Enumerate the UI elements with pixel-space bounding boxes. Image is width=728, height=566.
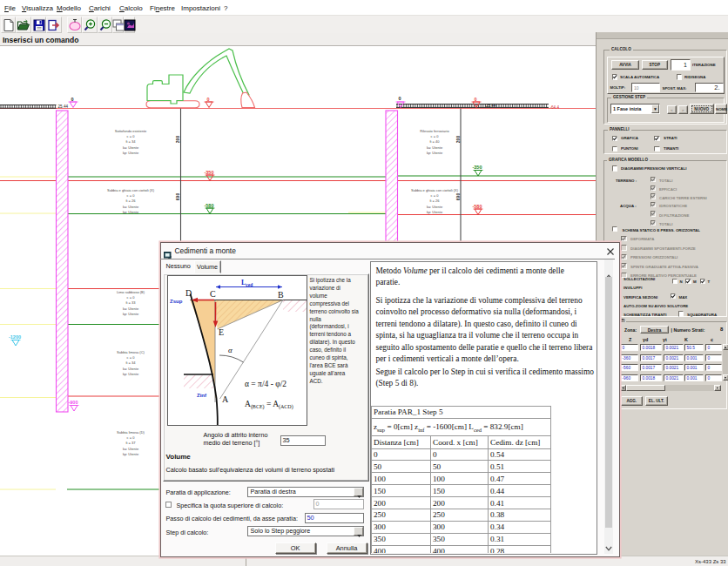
svg-text:α = π/4 - φ/2: α = π/4 - φ/2 — [245, 380, 286, 388]
svg-text:kp: Utente: kp: Utente — [123, 452, 139, 456]
svg-text:c = 0: c = 0 — [127, 193, 136, 198]
svg-text:B: B — [278, 290, 284, 300]
svg-text:ka: Utente: ka: Utente — [123, 307, 139, 311]
svg-text:Rilevato ferroviario: Rilevato ferroviario — [420, 129, 449, 133]
svg-text:c = 0: c = 0 — [431, 193, 440, 198]
svg-text:ka: Utente: ka: Utente — [123, 367, 139, 371]
svg-text:Sabbia limosa (C): Sabbia limosa (C) — [117, 350, 145, 354]
svg-text:0: 0 — [398, 96, 401, 101]
svg-text:A: A — [222, 394, 229, 404]
svg-text:A(BCE) = A(ACD): A(BCE) = A(ACD) — [245, 400, 293, 410]
svg-text:Zsup: Zsup — [170, 299, 183, 304]
svg-text:kp: Utente: kp: Utente — [427, 210, 443, 214]
svg-text:-350: -350 — [204, 170, 213, 175]
svg-text:c = 0: c = 0 — [127, 435, 136, 440]
svg-text:fi = 26: fi = 26 — [125, 199, 136, 203]
svg-text:Sottofondo esistente: Sottofondo esistente — [115, 129, 147, 133]
svg-text:-580: -580 — [204, 203, 213, 208]
svg-text:kp: Utente: kp: Utente — [123, 372, 139, 376]
svg-text:Sabbia e ghiaia con ciottoli: Sabbia e ghiaia con ciottoli (X) — [411, 188, 459, 192]
svg-text:c = 0: c = 0 — [127, 355, 136, 360]
svg-text:fi = 33: fi = 33 — [125, 300, 136, 305]
svg-text:0: 0 — [71, 97, 73, 102]
svg-text:Lced: Lced — [241, 279, 253, 287]
svg-text:E: E — [219, 327, 224, 337]
svg-text:kp: Utente: kp: Utente — [123, 312, 139, 316]
svg-text:fi = 40: fi = 40 — [429, 139, 440, 144]
svg-text:ka: Utente: ka: Utente — [123, 145, 139, 150]
svg-text:Limo sabbioso (B): Limo sabbioso (B) — [117, 290, 145, 294]
svg-text:-1200: -1200 — [9, 334, 21, 340]
svg-text:ka: Utente: ka: Utente — [427, 205, 443, 209]
svg-text:ka: Utente: ka: Utente — [123, 447, 139, 451]
svg-text:kp: Utente: kp: Utente — [123, 210, 139, 214]
svg-text:ka: Utente: ka: Utente — [427, 145, 443, 150]
svg-text:0: 0 — [474, 97, 476, 102]
svg-text:200: 200 — [455, 136, 461, 144]
svg-text:α: α — [228, 346, 233, 354]
svg-text:c = 0: c = 0 — [127, 295, 136, 300]
svg-text:fi = 26: fi = 26 — [429, 199, 440, 203]
svg-text:fi = 34: fi = 34 — [125, 360, 136, 365]
svg-text:D: D — [185, 288, 192, 298]
svg-text:Sabbia limosa (D): Sabbia limosa (D) — [117, 430, 145, 435]
svg-text:kp: Utente: kp: Utente — [123, 151, 139, 155]
svg-text:200: 200 — [175, 136, 180, 144]
svg-text:690: 690 — [455, 193, 461, 201]
svg-text:C: C — [210, 289, 216, 299]
svg-text:25.44: 25.44 — [58, 104, 69, 109]
svg-text:Sabbia e ghiaia con ciottoli: Sabbia e ghiaia con ciottoli (X) — [107, 188, 155, 192]
svg-text:Zinf: Zinf — [197, 393, 207, 398]
svg-text:fi = 34: fi = 34 — [125, 139, 136, 144]
svg-text:fi = 37: fi = 37 — [125, 441, 136, 445]
svg-text:-64.4: -64.4 — [550, 105, 560, 110]
svg-text:-350: -350 — [472, 165, 482, 170]
svg-text:-900: -900 — [68, 400, 78, 405]
svg-text:25.44: 25.44 — [486, 104, 496, 108]
svg-text:690: 690 — [175, 193, 180, 201]
svg-text:c = 0: c = 0 — [431, 134, 440, 138]
svg-text:0: 0 — [206, 97, 209, 102]
svg-text:kp: Utente: kp: Utente — [427, 151, 443, 155]
svg-text:ka: Utente: ka: Utente — [123, 205, 139, 209]
svg-text:-580: -580 — [472, 204, 482, 209]
svg-text:c = 0: c = 0 — [127, 134, 136, 138]
